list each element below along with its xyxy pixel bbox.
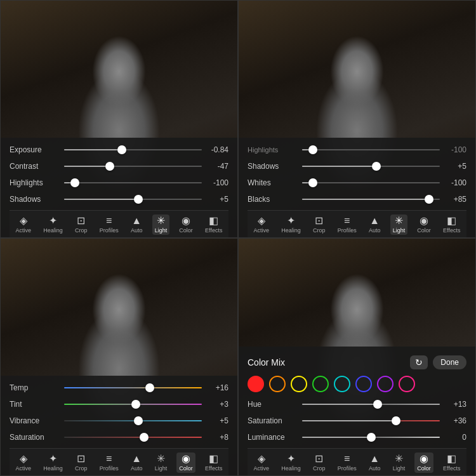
healing-label-bl: Healing <box>43 465 63 472</box>
tool-crop-bl[interactable]: ⊡ Crop <box>72 453 90 473</box>
light-label-tr: Light <box>393 227 406 234</box>
track-wrap-shadows[interactable] <box>64 194 202 205</box>
track-wrap-blacks[interactable] <box>302 194 440 205</box>
color-icon-tl: ◉ <box>182 216 190 226</box>
track-wrap-shadows-tr[interactable] <box>302 161 440 172</box>
thumb-temp[interactable] <box>145 383 154 392</box>
tool-healing-bl[interactable]: ✦ Healing <box>41 453 65 473</box>
circle-yellow[interactable] <box>291 376 307 392</box>
tool-crop-br[interactable]: ⊡ Crop <box>310 453 328 473</box>
track-wrap-luminance[interactable] <box>302 432 440 443</box>
tool-selective-tr[interactable]: ◈ Active <box>251 215 272 235</box>
thumb-shadows-tr[interactable] <box>372 162 381 171</box>
tool-profiles-bl[interactable]: ≡ Profiles <box>97 453 121 473</box>
color-label-tr: Color <box>417 227 431 234</box>
track-wrap-highlights[interactable] <box>64 177 202 188</box>
tool-effects-tr[interactable]: ◧ Effects <box>440 215 463 235</box>
thumb-blacks[interactable] <box>425 195 433 204</box>
tool-selective-bl[interactable]: ◈ Active <box>13 453 34 473</box>
color-mix-refresh-icon[interactable]: ↻ <box>410 355 428 369</box>
tool-color-bl[interactable]: ◉ Color <box>176 453 195 473</box>
tool-profiles-tl[interactable]: ≡ Profiles <box>97 215 121 235</box>
thumb-tint[interactable] <box>131 400 140 409</box>
tool-healing-tr[interactable]: ✦ Healing <box>279 215 303 235</box>
tool-light-br[interactable]: ✳ Light <box>390 453 408 473</box>
effects-icon-tr: ◧ <box>447 216 456 226</box>
track-wrap-contrast[interactable] <box>64 161 202 172</box>
track-wrap-vibrance[interactable] <box>64 415 202 426</box>
thumb-whites[interactable] <box>308 178 317 187</box>
slider-row-whites: Whites -100 <box>248 177 466 188</box>
tool-effects-tl[interactable]: ◧ Effects <box>202 215 225 235</box>
tool-profiles-br[interactable]: ≡ Profiles <box>335 453 359 473</box>
track-shadows-tr <box>302 166 440 167</box>
track-saturation-bl <box>64 437 202 438</box>
track-temp <box>64 387 202 388</box>
slider-row-blacks: Blacks +85 <box>248 194 466 205</box>
track-wrap-hue[interactable] <box>302 399 440 410</box>
fill-contrast <box>64 166 110 167</box>
tool-healing-br[interactable]: ✦ Healing <box>279 453 303 473</box>
tool-selective-tl[interactable]: ◈ Active <box>13 215 34 235</box>
circle-pink[interactable] <box>399 376 415 392</box>
circle-cyan[interactable] <box>334 376 350 392</box>
circle-orange[interactable] <box>269 376 286 392</box>
track-wrap-temp[interactable] <box>64 382 202 393</box>
value-temp: +16 <box>206 383 228 392</box>
tool-crop-tl[interactable]: ⊡ Crop <box>72 215 90 235</box>
auto-icon-tl: ▲ <box>131 216 142 226</box>
tool-auto-bl[interactable]: ▲ Auto <box>128 453 145 473</box>
value-hue: +13 <box>444 400 466 409</box>
value-luminance: 0 <box>444 433 466 442</box>
circle-red[interactable] <box>248 376 264 392</box>
color-icon-bl: ◉ <box>182 454 190 464</box>
tool-effects-br[interactable]: ◧ Effects <box>440 453 463 473</box>
profiles-icon-bl: ≡ <box>106 454 112 464</box>
tool-crop-tr[interactable]: ⊡ Crop <box>310 215 328 235</box>
tool-profiles-tr[interactable]: ≡ Profiles <box>335 215 359 235</box>
tool-light-tr[interactable]: ✳ Light <box>390 215 408 235</box>
track-wrap-highlights-tr[interactable] <box>302 144 440 155</box>
tool-color-br[interactable]: ◉ Color <box>414 453 433 473</box>
tool-light-bl[interactable]: ✳ Light <box>152 453 170 473</box>
thumb-highlights-tr[interactable] <box>308 145 317 154</box>
tool-healing-tl[interactable]: ✦ Healing <box>41 215 65 235</box>
tool-auto-tr[interactable]: ▲ Auto <box>366 215 383 235</box>
thumb-highlights[interactable] <box>70 178 79 187</box>
thumb-vibrance[interactable] <box>134 416 143 425</box>
label-tint: Tint <box>10 400 60 409</box>
color-mix-title: Color Mix <box>248 357 285 367</box>
fill-exposure <box>64 149 122 150</box>
track-wrap-saturation-br[interactable] <box>302 415 440 426</box>
thumb-hue[interactable] <box>373 400 382 409</box>
thumb-exposure[interactable] <box>117 145 126 154</box>
track-wrap-saturation-bl[interactable] <box>64 432 202 443</box>
light-label-bl: Light <box>155 465 168 472</box>
toolbar-bl: ◈ Active ✦ Healing ⊡ Crop ≡ Profiles ▲ <box>10 448 228 475</box>
thumb-contrast[interactable] <box>105 162 114 171</box>
done-button[interactable]: Done <box>433 355 466 369</box>
circle-purple[interactable] <box>377 376 393 392</box>
tool-color-tr[interactable]: ◉ Color <box>414 215 433 235</box>
track-wrap-whites[interactable] <box>302 177 440 188</box>
tool-effects-bl[interactable]: ◧ Effects <box>202 453 225 473</box>
tool-selective-br[interactable]: ◈ Active <box>251 453 272 473</box>
tool-light-tl[interactable]: ✳ Light <box>152 215 170 235</box>
color-mix-header: Color Mix ↻ Done <box>248 355 466 369</box>
thumb-luminance[interactable] <box>367 433 376 442</box>
thumb-saturation-bl[interactable] <box>140 433 149 442</box>
thumb-saturation-br[interactable] <box>392 416 400 425</box>
tool-auto-tl[interactable]: ▲ Auto <box>128 215 145 235</box>
slider-row-luminance: Luminance 0 <box>248 432 466 443</box>
track-wrap-exposure[interactable] <box>64 144 202 155</box>
tool-color-tl[interactable]: ◉ Color <box>176 215 195 235</box>
healing-label-br: Healing <box>281 465 301 472</box>
profiles-label-bl: Profiles <box>100 465 119 472</box>
light-icon-bl: ✳ <box>157 454 165 464</box>
track-wrap-tint[interactable] <box>64 399 202 410</box>
circle-blue[interactable] <box>355 376 372 392</box>
light-icon-tl: ✳ <box>157 216 165 226</box>
thumb-shadows[interactable] <box>134 195 143 204</box>
tool-auto-br[interactable]: ▲ Auto <box>366 453 383 473</box>
circle-green[interactable] <box>312 376 329 392</box>
